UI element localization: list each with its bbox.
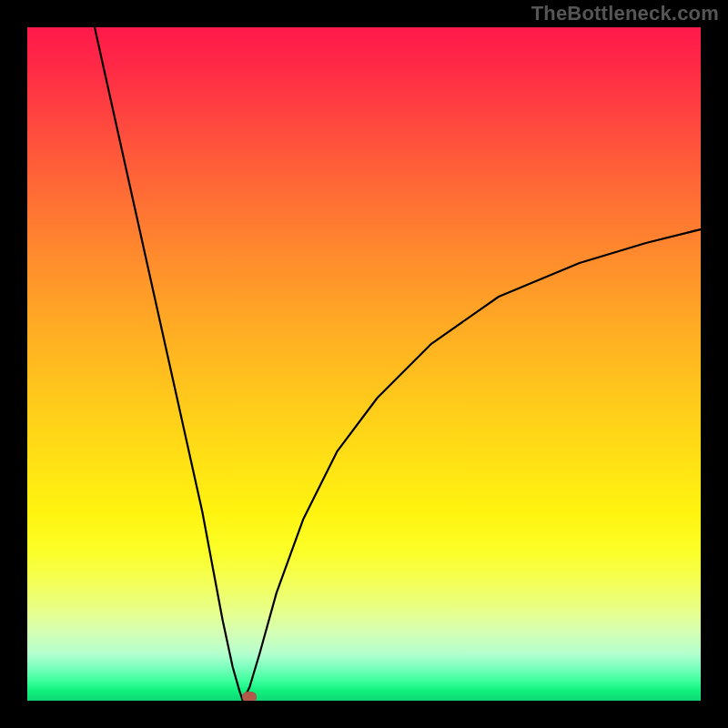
heat-gradient-bg bbox=[27, 27, 701, 701]
watermark-text: TheBottleneck.com bbox=[531, 2, 719, 25]
plot-area bbox=[27, 27, 701, 701]
chart-frame: TheBottleneck.com bbox=[0, 0, 728, 728]
valley-marker-icon bbox=[242, 692, 257, 701]
